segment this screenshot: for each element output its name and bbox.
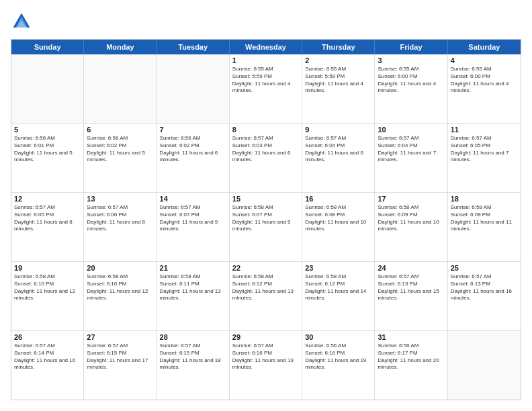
day-number: 29 — [232, 333, 299, 341]
cell-info: Sunrise: 6:57 AM Sunset: 6:05 PM Dayligh… — [14, 204, 81, 233]
day-number: 25 — [451, 264, 518, 272]
day-number: 17 — [378, 195, 444, 203]
day-number: 26 — [14, 333, 81, 341]
day-number: 13 — [87, 195, 153, 203]
calendar-cell: 8Sunrise: 6:57 AM Sunset: 6:03 PM Daylig… — [230, 124, 302, 192]
weekday-header-wednesday: Wednesday — [230, 40, 302, 54]
calendar-cell: 15Sunrise: 6:58 AM Sunset: 6:07 PM Dayli… — [230, 193, 302, 261]
cell-info: Sunrise: 6:57 AM Sunset: 6:14 PM Dayligh… — [14, 342, 81, 371]
day-number: 15 — [232, 195, 299, 203]
calendar-cell: 6Sunrise: 6:56 AM Sunset: 6:02 PM Daylig… — [84, 124, 157, 192]
day-number: 16 — [305, 195, 371, 203]
calendar-cell: 14Sunrise: 6:57 AM Sunset: 6:07 PM Dayli… — [157, 193, 230, 261]
calendar-cell: 18Sunrise: 6:58 AM Sunset: 6:09 PM Dayli… — [448, 193, 521, 261]
weekday-header-thursday: Thursday — [302, 40, 375, 54]
weekday-header-saturday: Saturday — [448, 40, 521, 54]
day-number: 12 — [14, 195, 81, 203]
calendar-cell: 25Sunrise: 6:57 AM Sunset: 6:13 PM Dayli… — [448, 262, 521, 330]
cell-info: Sunrise: 6:55 AM Sunset: 5:59 PM Dayligh… — [305, 66, 371, 95]
day-number: 9 — [305, 126, 371, 134]
calendar-cell: 20Sunrise: 6:58 AM Sunset: 6:10 PM Dayli… — [84, 262, 157, 330]
calendar-cell: 28Sunrise: 6:57 AM Sunset: 6:15 PM Dayli… — [157, 331, 230, 400]
cell-info: Sunrise: 6:57 AM Sunset: 6:13 PM Dayligh… — [451, 273, 518, 302]
day-number: 4 — [451, 56, 518, 64]
calendar-cell — [11, 54, 84, 123]
weekday-header-monday: Monday — [84, 40, 157, 54]
calendar-cell: 5Sunrise: 6:56 AM Sunset: 6:01 PM Daylig… — [11, 124, 84, 192]
day-number: 22 — [232, 264, 299, 272]
cell-info: Sunrise: 6:58 AM Sunset: 6:07 PM Dayligh… — [232, 204, 299, 233]
calendar-cell: 1Sunrise: 6:55 AM Sunset: 5:59 PM Daylig… — [230, 54, 302, 123]
cell-info: Sunrise: 6:58 AM Sunset: 6:10 PM Dayligh… — [87, 273, 153, 302]
calendar-cell: 7Sunrise: 6:56 AM Sunset: 6:02 PM Daylig… — [157, 124, 230, 192]
day-number: 19 — [14, 264, 81, 272]
calendar-cell: 30Sunrise: 6:56 AM Sunset: 6:16 PM Dayli… — [302, 331, 375, 400]
cell-info: Sunrise: 6:57 AM Sunset: 6:06 PM Dayligh… — [87, 204, 153, 233]
cell-info: Sunrise: 6:57 AM Sunset: 6:05 PM Dayligh… — [451, 135, 518, 164]
header — [11, 11, 521, 32]
weekday-header-friday: Friday — [375, 40, 447, 54]
cell-info: Sunrise: 6:57 AM Sunset: 6:15 PM Dayligh… — [87, 342, 153, 371]
calendar-cell: 12Sunrise: 6:57 AM Sunset: 6:05 PM Dayli… — [11, 193, 84, 261]
cell-info: Sunrise: 6:56 AM Sunset: 6:02 PM Dayligh… — [160, 135, 226, 164]
cell-info: Sunrise: 6:58 AM Sunset: 6:10 PM Dayligh… — [14, 273, 81, 302]
calendar-cell: 29Sunrise: 6:57 AM Sunset: 6:16 PM Dayli… — [230, 331, 302, 400]
cell-info: Sunrise: 6:57 AM Sunset: 6:07 PM Dayligh… — [160, 204, 226, 233]
cell-info: Sunrise: 6:58 AM Sunset: 6:09 PM Dayligh… — [451, 204, 518, 233]
cell-info: Sunrise: 6:56 AM Sunset: 6:16 PM Dayligh… — [305, 342, 371, 371]
cell-info: Sunrise: 6:58 AM Sunset: 6:12 PM Dayligh… — [305, 273, 371, 302]
weekday-header-sunday: Sunday — [11, 40, 84, 54]
calendar-cell: 9Sunrise: 6:57 AM Sunset: 6:04 PM Daylig… — [302, 124, 375, 192]
calendar-row-4: 26Sunrise: 6:57 AM Sunset: 6:14 PM Dayli… — [11, 331, 521, 400]
cell-info: Sunrise: 6:58 AM Sunset: 6:08 PM Dayligh… — [305, 204, 371, 233]
day-number: 30 — [305, 333, 371, 341]
calendar: SundayMondayTuesdayWednesdayThursdayFrid… — [11, 39, 521, 400]
day-number: 6 — [87, 126, 153, 134]
calendar-cell: 24Sunrise: 6:57 AM Sunset: 6:13 PM Dayli… — [375, 262, 447, 330]
cell-info: Sunrise: 6:56 AM Sunset: 6:17 PM Dayligh… — [378, 342, 444, 371]
calendar-body: 1Sunrise: 6:55 AM Sunset: 5:59 PM Daylig… — [11, 54, 521, 400]
calendar-row-0: 1Sunrise: 6:55 AM Sunset: 5:59 PM Daylig… — [11, 54, 521, 124]
cell-info: Sunrise: 6:57 AM Sunset: 6:03 PM Dayligh… — [232, 135, 299, 164]
calendar-cell: 3Sunrise: 6:55 AM Sunset: 6:00 PM Daylig… — [375, 54, 447, 123]
day-number: 21 — [160, 264, 226, 272]
calendar-cell: 2Sunrise: 6:55 AM Sunset: 5:59 PM Daylig… — [302, 54, 375, 123]
calendar-cell: 16Sunrise: 6:58 AM Sunset: 6:08 PM Dayli… — [302, 193, 375, 261]
cell-info: Sunrise: 6:58 AM Sunset: 6:11 PM Dayligh… — [160, 273, 226, 302]
cell-info: Sunrise: 6:57 AM Sunset: 6:15 PM Dayligh… — [160, 342, 226, 371]
cell-info: Sunrise: 6:55 AM Sunset: 6:00 PM Dayligh… — [451, 66, 518, 95]
calendar-cell: 26Sunrise: 6:57 AM Sunset: 6:14 PM Dayli… — [11, 331, 84, 400]
cell-info: Sunrise: 6:56 AM Sunset: 6:01 PM Dayligh… — [14, 135, 81, 164]
page: SundayMondayTuesdayWednesdayThursdayFrid… — [0, 0, 532, 411]
calendar-cell: 21Sunrise: 6:58 AM Sunset: 6:11 PM Dayli… — [157, 262, 230, 330]
calendar-cell: 11Sunrise: 6:57 AM Sunset: 6:05 PM Dayli… — [448, 124, 521, 192]
calendar-cell — [84, 54, 157, 123]
calendar-cell: 4Sunrise: 6:55 AM Sunset: 6:00 PM Daylig… — [448, 54, 521, 123]
calendar-cell: 22Sunrise: 6:58 AM Sunset: 6:12 PM Dayli… — [230, 262, 302, 330]
calendar-cell: 27Sunrise: 6:57 AM Sunset: 6:15 PM Dayli… — [84, 331, 157, 400]
calendar-row-2: 12Sunrise: 6:57 AM Sunset: 6:05 PM Dayli… — [11, 193, 521, 262]
cell-info: Sunrise: 6:55 AM Sunset: 5:59 PM Dayligh… — [232, 66, 299, 95]
calendar-row-3: 19Sunrise: 6:58 AM Sunset: 6:10 PM Dayli… — [11, 262, 521, 331]
day-number: 31 — [378, 333, 444, 341]
cell-info: Sunrise: 6:57 AM Sunset: 6:04 PM Dayligh… — [305, 135, 371, 164]
day-number: 27 — [87, 333, 153, 341]
calendar-cell: 19Sunrise: 6:58 AM Sunset: 6:10 PM Dayli… — [11, 262, 84, 330]
calendar-row-1: 5Sunrise: 6:56 AM Sunset: 6:01 PM Daylig… — [11, 124, 521, 193]
cell-info: Sunrise: 6:57 AM Sunset: 6:04 PM Dayligh… — [378, 135, 444, 164]
day-number: 24 — [378, 264, 444, 272]
day-number: 23 — [305, 264, 371, 272]
day-number: 7 — [160, 126, 226, 134]
day-number: 11 — [451, 126, 518, 134]
cell-info: Sunrise: 6:58 AM Sunset: 6:12 PM Dayligh… — [232, 273, 299, 302]
cell-info: Sunrise: 6:58 AM Sunset: 6:09 PM Dayligh… — [378, 204, 444, 233]
day-number: 18 — [451, 195, 518, 203]
day-number: 20 — [87, 264, 153, 272]
cell-info: Sunrise: 6:56 AM Sunset: 6:02 PM Dayligh… — [87, 135, 153, 164]
day-number: 2 — [305, 56, 371, 64]
day-number: 10 — [378, 126, 444, 134]
calendar-header: SundayMondayTuesdayWednesdayThursdayFrid… — [11, 40, 521, 54]
calendar-cell: 31Sunrise: 6:56 AM Sunset: 6:17 PM Dayli… — [375, 331, 447, 400]
calendar-cell: 13Sunrise: 6:57 AM Sunset: 6:06 PM Dayli… — [84, 193, 157, 261]
weekday-header-tuesday: Tuesday — [157, 40, 230, 54]
